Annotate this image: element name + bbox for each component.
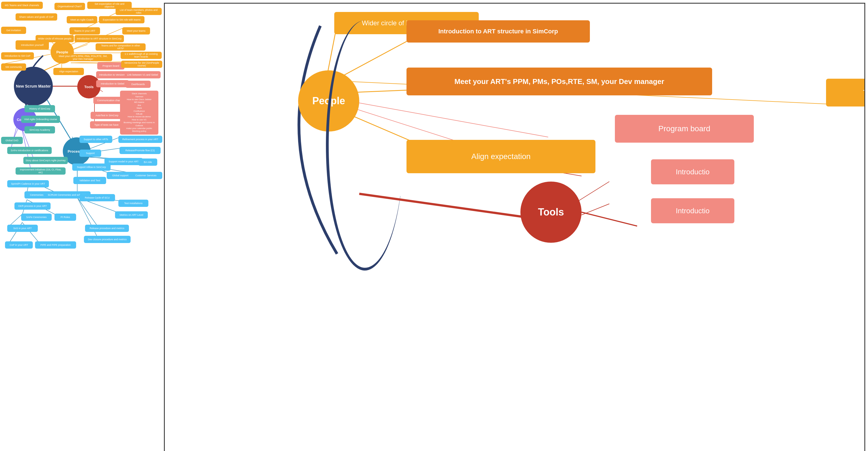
versionone-sm-node[interactable]: VersionOne for SM (SimPeople course) [121,61,162,68]
teams-art-node[interactable]: Teams in your ART [69,27,100,34]
share-values-node[interactable]: Share values and goals of CoP [16,13,57,21]
support-node[interactable]: Support [80,149,101,157]
left-mindmap-panel: New Scrum Master People Tools Company Pr… [0,0,161,451]
pi-roles-node[interactable]: PI Roles [55,214,76,221]
intro-sm-cop-node[interactable]: Introduction to SM CoP [1,52,34,59]
teams-composition-node[interactable]: Teams and for composition in other ARTs* [96,44,146,51]
sprint-pi-node[interactable]: Sprint/PI Cadence in your ART [7,180,49,188]
customer-services-node[interactable]: Customer Services [129,172,162,179]
svg-line-58 [348,101,548,137]
comm-tools-list-node[interactable]: Slack channelsYammerHow to use Cisco Jab… [120,91,158,135]
metrics-art-node[interactable]: Metrics on ART Level [115,211,148,219]
meet-art-node[interactable]: Meet your ART's PPM, PMs, POs,RTE, SM, y… [54,54,112,61]
link-v1-siebel-node[interactable]: Link between V1 and Siebel [124,71,161,78]
rp-meet-art-node[interactable]: Meet your ART's PPM, PMs, POs,RTE, SM, y… [406,67,712,95]
release-promote-node[interactable]: Release/Promote flow (CI) [120,147,161,154]
get-invitation-node[interactable]: Get invitation [1,27,26,34]
agile-journey-node[interactable]: Story about SimCorp's Agile journey [23,157,68,164]
agile-onboarding-node[interactable]: Visit Agile Onboarding course [21,116,60,123]
align-expectation-node[interactable]: Align expectation [53,68,84,75]
svg-line-56 [348,90,415,92]
dashboards-node[interactable]: Dashboards [126,81,151,88]
validation-test-node[interactable]: Validation and Test [73,177,106,184]
meet-teams-node[interactable]: Meet your teams [122,27,150,34]
ms-teams-node[interactable]: MS Teams and Slack channels [1,2,43,9]
support-model-node[interactable]: Support model in your ART [104,158,143,165]
safe-intro-node[interactable]: SAFe Introduction or certifications [7,147,52,154]
okr-process-node[interactable]: OKR process in your ART [14,202,51,210]
intro-siebel-node[interactable]: Introduction to Siebel [96,80,129,87]
simcorp-academy-node[interactable]: SimCorp Academy [25,126,55,134]
rp-teams-lean-node[interactable]: Teams and lean [826,79,865,107]
ba-role-node[interactable]: BA role [138,159,157,166]
wider-circle-node[interactable]: Wider circle of inhouse people [36,35,74,42]
rp-people-node[interactable]: People [298,71,359,132]
rp-intro-art-node[interactable]: Introduction to ART structure in SimCorp [406,20,590,43]
safe-ceremonies-node[interactable]: SAFe Ceremonies [21,214,52,221]
autotest-node[interactable]: AutoTest in SimCorp [91,112,123,119]
pipe-node[interactable]: PIPE and PIPE preparation [35,241,76,249]
global-dod-node[interactable]: Global DoD [1,137,23,144]
svg-line-49 [71,63,99,63]
sm-community-node[interactable]: SM community [1,63,26,71]
test-installations-node[interactable]: Test installations [118,200,148,207]
rp-intro-versionone-node[interactable]: Introductio [651,159,734,185]
rp-intro-siebel-node[interactable]: Introductio [651,198,734,223]
svg-line-61 [582,204,609,215]
center-node[interactable]: New Scrum Master [14,67,53,106]
right-mindmap-panel: People Tools Wider circle of inhouse peo… [164,3,865,451]
dev-closure-node[interactable]: Dev closure procedure and metrics [84,236,131,243]
expectation-sm-node[interactable]: Expectation to SM role with teams [99,16,145,23]
sos-art-node[interactable]: SoS in your ART [7,225,38,232]
svg-line-54 [343,37,415,76]
org-chart-node[interactable]: Organisational Chart? [55,3,85,10]
release-procedure-node[interactable]: Release procedure and metrics [85,225,129,232]
program-board-node[interactable]: Program board [97,62,124,69]
meet-agile-coach-node[interactable]: Meet an Agile Coach [67,16,97,23]
svg-line-35 [77,197,97,226]
support-other-arts-node[interactable]: Support to other ARTs [80,136,112,143]
release-cycle-node[interactable]: Release Cycle of SCU [80,194,115,201]
refinement-process-node[interactable]: Refinement process in your ART [118,136,162,143]
rp-red-connection [359,193,524,218]
history-simcorp-node[interactable]: History of SimCorp [25,105,55,112]
list-team-members-node[interactable]: List of team members, photos and roles [116,8,162,15]
rp-program-board-node[interactable]: Program board [615,115,754,143]
rp-tools-node[interactable]: Tools [520,181,582,243]
svg-line-43 [9,214,22,226]
walkthrough-node[interactable]: 1:1 walkthrough of an existing team boar… [121,52,162,59]
type-tests-node[interactable]: Type of tests we have [90,121,123,129]
rp-blue-arc [326,20,404,271]
improvement-initiatives-node[interactable]: Improvement initiatives (GIL CI, Flow, e… [16,167,66,175]
svg-line-62 [582,212,637,226]
cop-art-node[interactable]: CoP in your ART [5,241,33,249]
intro-art-node[interactable]: Introduction to ART structure in SimCorp [74,35,124,42]
rp-align-expectation-node[interactable]: Align expectation [406,140,595,173]
